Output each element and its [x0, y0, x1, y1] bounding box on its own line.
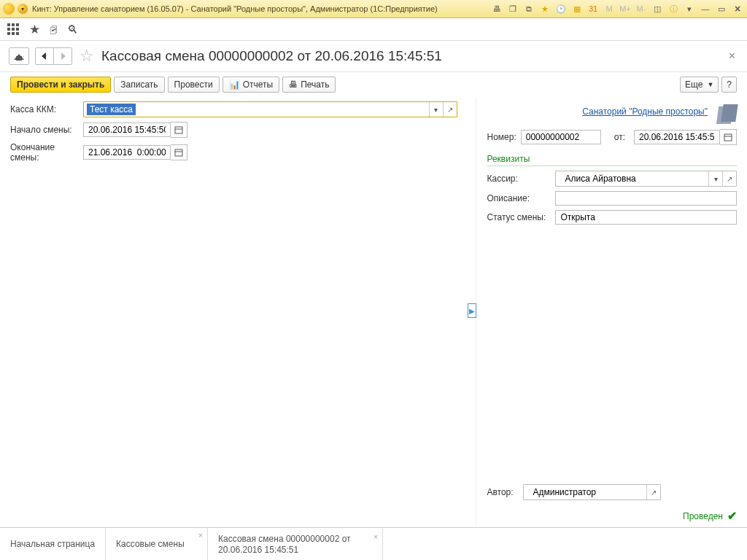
nav-back-button[interactable] — [35, 47, 54, 65]
post-button[interactable]: Провести — [168, 77, 220, 93]
panel-splitter[interactable]: ▶ — [468, 97, 476, 527]
check-icon: ✔ — [727, 509, 737, 523]
shift-status-input[interactable] — [559, 211, 733, 223]
form-left-panel: Касса ККМ: Тест касса ▾ ↗ Начало смены: … — [0, 97, 468, 527]
tab-start-page[interactable]: Начальная страница — [0, 528, 106, 560]
cashier-input[interactable] — [563, 173, 705, 184]
page-title: Кассовая смена 00000000002 от 20.06.2016… — [101, 48, 442, 64]
date-input[interactable] — [638, 131, 716, 143]
tab-list-label: Кассовые смены — [116, 539, 185, 550]
titlebar-favorite-icon[interactable]: ★ — [538, 3, 551, 15]
app-icon — [3, 3, 15, 15]
main-toolbar: ★ ⎘ 🔍︎ — [0, 18, 747, 41]
section-requisites: Реквизиты — [487, 154, 737, 166]
kkm-dropdown-button[interactable]: ▾ — [429, 102, 443, 117]
svg-rect-0 — [175, 127, 182, 133]
posted-status: Проведен ✔ — [487, 505, 737, 523]
reports-button[interactable]: 📊Отчеты — [222, 77, 279, 93]
author-field[interactable]: ↗ — [523, 484, 661, 500]
titlebar-calc-icon[interactable]: ▦ — [570, 3, 584, 15]
description-field[interactable] — [555, 191, 737, 206]
kkm-open-button[interactable]: ↗ — [443, 102, 457, 117]
splitter-handle[interactable]: ▶ — [468, 303, 476, 318]
app-menu-button[interactable]: ▾ — [18, 4, 28, 14]
home-icon — [14, 52, 24, 61]
date-calendar-button[interactable] — [720, 129, 737, 145]
author-open-button[interactable]: ↗ — [646, 485, 660, 499]
reports-label: Отчеты — [243, 79, 273, 90]
cashier-dropdown-button[interactable]: ▾ — [708, 171, 722, 186]
kkm-label: Касса ККМ: — [10, 104, 83, 114]
home-button[interactable] — [9, 47, 29, 65]
titlebar-history-icon[interactable]: 🕑 — [554, 3, 568, 15]
apps-grid-icon[interactable] — [7, 23, 19, 35]
titlebar-info-icon[interactable]: ⓘ — [667, 3, 680, 15]
page-close-button[interactable]: × — [726, 50, 738, 63]
page-header: ☆ Кассовая смена 00000000002 от 20.06.20… — [0, 41, 747, 72]
window-close-button[interactable]: × — [731, 3, 744, 15]
post-and-close-button[interactable]: Провести и закрыть — [10, 77, 111, 93]
cashier-open-button[interactable]: ↗ — [722, 171, 736, 186]
search-icon[interactable]: 🔍︎ — [67, 23, 78, 36]
tab-list-close[interactable]: × — [198, 531, 203, 540]
print-icon: 🖶 — [289, 79, 298, 90]
building-icon — [713, 101, 737, 122]
window-maximize-button[interactable]: ▭ — [715, 3, 728, 15]
page-favorite-icon[interactable]: ☆ — [80, 47, 94, 66]
tab-current-shift[interactable]: Кассовая смена 00000000002 от 20.06.2016… — [208, 528, 383, 560]
shift-start-input[interactable] — [87, 124, 167, 136]
window-minimize-button[interactable]: — — [699, 3, 712, 15]
titlebar-print-icon[interactable]: 🖶 — [490, 3, 503, 15]
cashier-field[interactable]: ▾ ↗ — [555, 171, 737, 187]
shift-end-input[interactable] — [87, 147, 167, 158]
description-input[interactable] — [559, 192, 733, 204]
number-field[interactable] — [521, 130, 601, 144]
bottom-tabs: Начальная страница Кассовые смены × Касс… — [0, 527, 747, 560]
shift-end-calendar-button[interactable] — [171, 144, 187, 160]
author-label: Автор: — [487, 487, 523, 497]
clipboard-icon[interactable]: ⎘ — [50, 23, 57, 36]
kkm-value: Тест касса — [87, 104, 136, 115]
number-input[interactable] — [525, 131, 597, 143]
form-body: Касса ККМ: Тест касса ▾ ↗ Начало смены: … — [0, 97, 747, 527]
cashier-label: Кассир: — [487, 174, 551, 184]
window-title: Кинт: Управление санаторием (16.05.07) -… — [32, 4, 438, 13]
tab-current-close[interactable]: × — [374, 532, 378, 541]
shift-start-label: Начало смены: — [10, 125, 83, 135]
organization-link[interactable]: Санаторий "Родные просторы" — [582, 106, 708, 117]
favorites-icon[interactable]: ★ — [29, 22, 40, 37]
command-bar: Провести и закрыть Записать Провести 📊От… — [0, 72, 747, 97]
titlebar-doc-icon[interactable]: ❐ — [506, 3, 519, 15]
tab-shifts-list[interactable]: Кассовые смены × — [106, 528, 208, 560]
more-button[interactable]: Еще ▼ — [680, 77, 719, 93]
shift-start-calendar-button[interactable] — [171, 122, 187, 138]
titlebar-m-minus-button[interactable]: M- — [635, 3, 648, 15]
tab-start-label: Начальная страница — [10, 539, 95, 550]
author-input[interactable] — [531, 486, 643, 498]
kkm-field[interactable]: Тест касса ▾ ↗ — [83, 101, 457, 117]
shift-end-field[interactable] — [83, 144, 187, 160]
reports-icon: 📊 — [229, 79, 240, 90]
nav-forward-button[interactable] — [54, 47, 72, 65]
shift-end-label: Окончание смены: — [10, 142, 83, 163]
more-label: Еще — [685, 79, 703, 90]
chevron-down-icon: ▼ — [707, 81, 713, 88]
date-from-label: от: — [614, 132, 625, 142]
titlebar-m-plus-button[interactable]: M+ — [619, 3, 632, 15]
svg-rect-4 — [724, 134, 732, 141]
titlebar-panels-icon[interactable]: ◫ — [651, 3, 664, 15]
print-button[interactable]: 🖶Печать — [282, 77, 336, 93]
titlebar-m-button[interactable]: M — [603, 3, 616, 15]
titlebar-info-drop[interactable]: ▾ — [683, 3, 696, 15]
date-field[interactable] — [630, 129, 737, 145]
svg-rect-2 — [175, 149, 182, 156]
shift-start-field[interactable] — [83, 122, 187, 138]
shift-status-field[interactable] — [555, 210, 737, 225]
shift-status-label: Статус смены: — [487, 212, 551, 222]
save-button[interactable]: Записать — [114, 77, 164, 93]
window-titlebar: ▾ Кинт: Управление санаторием (16.05.07)… — [0, 0, 747, 18]
titlebar-copy-icon[interactable]: ⧉ — [522, 3, 535, 15]
print-label: Печать — [301, 79, 329, 90]
titlebar-calendar-icon[interactable]: 31 — [587, 3, 600, 15]
help-button[interactable]: ? — [721, 77, 737, 93]
